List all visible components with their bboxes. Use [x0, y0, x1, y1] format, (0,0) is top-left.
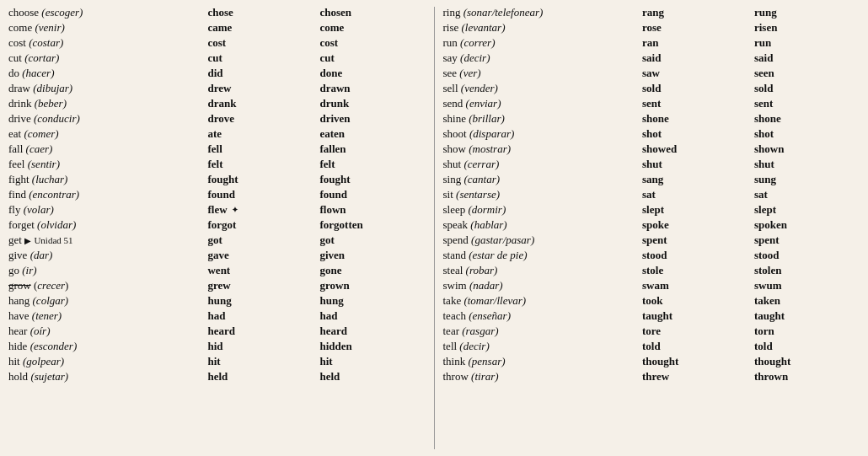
past-participle: hit	[316, 354, 428, 369]
base-word: shoot (disparar)	[440, 126, 639, 142]
table-row: hit (golpear)hithit	[5, 354, 429, 369]
past-tense: forgot	[204, 217, 316, 233]
past-participle: drunk	[316, 96, 428, 111]
table-row: stand (estar de pie)stoodstood	[440, 248, 864, 263]
past-tense: flew ✦	[204, 202, 316, 217]
base-word: drink (beber)	[5, 96, 204, 111]
past-tense: drew	[204, 81, 316, 96]
arrow-icon: ▶	[24, 236, 31, 245]
past-participle: stolen	[751, 263, 863, 278]
past-tense: showed	[639, 142, 751, 157]
past-participle: thrown	[751, 369, 863, 384]
base-word: stand (estar de pie)	[440, 248, 639, 263]
past-participle: sung	[751, 172, 863, 187]
base-word: get ▶ Unidad 51	[5, 233, 204, 248]
table-row: teach (enseñar)taughttaught	[440, 308, 864, 324]
base-word: sell (vender)	[440, 81, 639, 96]
past-participle: shut	[751, 157, 863, 172]
past-participle: shone	[751, 111, 863, 126]
right-word-table: ring (sonar/telefonear)rangrungrise (lev…	[440, 5, 864, 384]
past-participle: fallen	[316, 142, 428, 157]
base-word: sing (cantar)	[440, 172, 639, 187]
base-word: grow (crecer)	[5, 278, 204, 293]
past-tense: felt	[204, 157, 316, 172]
past-tense: thought	[639, 354, 751, 369]
base-word: take (tomar/llevar)	[440, 293, 639, 308]
past-tense: grew	[204, 278, 316, 293]
past-participle: given	[316, 248, 428, 263]
past-participle: forgotten	[316, 217, 428, 233]
table-row: speak (hablar)spokespoken	[440, 217, 864, 233]
past-tense: chose	[204, 5, 316, 20]
past-tense: saw	[639, 66, 751, 81]
past-participle: shown	[751, 142, 863, 157]
past-tense: sold	[639, 81, 751, 96]
past-participle: seen	[751, 66, 863, 81]
table-row: drink (beber)drankdrunk	[5, 96, 429, 111]
past-participle: held	[316, 369, 428, 384]
past-participle: sold	[751, 81, 863, 96]
past-participle: cut	[316, 51, 428, 66]
past-tense: spoke	[639, 217, 751, 233]
past-participle: gone	[316, 263, 428, 278]
past-tense: hung	[204, 293, 316, 308]
base-word: speak (hablar)	[440, 217, 639, 233]
table-row: feel (sentir)feltfelt	[5, 157, 429, 172]
past-participle: driven	[316, 111, 428, 126]
table-row: steal (robar)stolestolen	[440, 263, 864, 278]
past-participle: shot	[751, 126, 863, 142]
table-row: shoot (disparar)shotshot	[440, 126, 864, 142]
base-word: feel (sentir)	[5, 157, 204, 172]
base-word: tear (rasgar)	[440, 324, 639, 339]
table-row: fly (volar)flew ✦flown	[5, 202, 429, 217]
right-column: ring (sonar/telefonear)rangrungrise (lev…	[435, 3, 869, 453]
table-row: grow (crecer)grewgrown	[5, 278, 429, 293]
table-row: cost (costar)costcost	[5, 35, 429, 51]
table-row: ring (sonar/telefonear)rangrung	[440, 5, 864, 20]
base-word: choose (escoger)	[5, 5, 204, 20]
past-tense: ran	[639, 35, 751, 51]
past-participle: stood	[751, 248, 863, 263]
past-participle: spent	[751, 233, 863, 248]
past-tense: swam	[639, 278, 751, 293]
base-word: send (enviar)	[440, 96, 639, 111]
past-tense: rose	[639, 20, 751, 35]
table-row: give (dar)gavegiven	[5, 248, 429, 263]
past-tense: shone	[639, 111, 751, 126]
past-tense: heard	[204, 324, 316, 339]
past-tense: shot	[639, 126, 751, 142]
table-row: fall (caer)fellfallen	[5, 142, 429, 157]
table-row: shut (cerrar)shutshut	[440, 157, 864, 172]
base-word: shut (cerrar)	[440, 157, 639, 172]
past-tense: drank	[204, 96, 316, 111]
base-word: throw (tirar)	[440, 369, 639, 384]
base-word: do (hacer)	[5, 66, 204, 81]
base-word: hang (colgar)	[5, 293, 204, 308]
past-tense: sat	[639, 187, 751, 202]
past-participle: heard	[316, 324, 428, 339]
table-row: fight (luchar)foughtfought	[5, 172, 429, 187]
table-row: tell (decir)toldtold	[440, 339, 864, 354]
table-row: rise (levantar)roserisen	[440, 20, 864, 35]
base-word: cost (costar)	[5, 35, 204, 51]
table-row: see (ver)sawseen	[440, 66, 864, 81]
past-participle: swum	[751, 278, 863, 293]
table-row: sing (cantar)sangsung	[440, 172, 864, 187]
past-participle: told	[751, 339, 863, 354]
past-tense: hid	[204, 339, 316, 354]
table-row: draw (dibujar)drewdrawn	[5, 81, 429, 96]
past-tense: slept	[639, 202, 751, 217]
past-participle: slept	[751, 202, 863, 217]
bird-icon: ✦	[232, 206, 238, 214]
table-row: go (ir)wentgone	[5, 263, 429, 278]
past-participle: run	[751, 35, 863, 51]
past-tense: stood	[639, 248, 751, 263]
base-word: hear (oír)	[5, 324, 204, 339]
table-row: forget (olvidar)forgotforgotten	[5, 217, 429, 233]
past-tense: sang	[639, 172, 751, 187]
base-word: see (ver)	[440, 66, 639, 81]
table-row: take (tomar/llevar)tooktaken	[440, 293, 864, 308]
page: choose (escoger)chosechosencome (venir)c…	[0, 0, 868, 456]
table-row: cut (cortar)cutcut	[5, 51, 429, 66]
base-word: give (dar)	[5, 248, 204, 263]
